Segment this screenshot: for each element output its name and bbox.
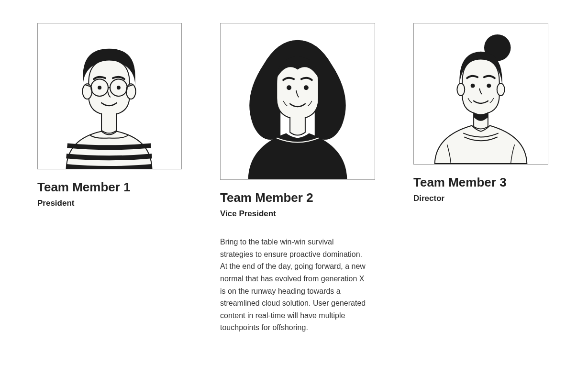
svg-point-12 (487, 84, 491, 88)
svg-point-10 (497, 83, 505, 96)
svg-point-11 (471, 84, 475, 88)
avatar-illustration-1 (38, 30, 181, 169)
member-name: Team Member 1 (37, 180, 182, 195)
member-title: President (37, 199, 182, 208)
svg-point-9 (457, 83, 465, 96)
svg-point-7 (304, 85, 309, 90)
svg-point-5 (117, 86, 121, 89)
avatar-frame-2 (220, 23, 375, 180)
avatar-frame-1 (37, 23, 182, 169)
svg-point-6 (287, 85, 291, 90)
team-card-1: Team Member 1 President (37, 23, 182, 225)
member-name: Team Member 2 (220, 190, 375, 205)
team-grid: Team Member 1 President (37, 23, 551, 334)
member-title: Vice President (220, 209, 375, 219)
avatar-illustration-2 (221, 26, 375, 179)
member-title: Director (413, 194, 551, 203)
member-name: Team Member 3 (413, 175, 551, 190)
avatar-frame-3 (413, 23, 548, 165)
avatar-illustration-3 (414, 28, 548, 164)
team-card-3: Team Member 3 Director (413, 23, 551, 221)
svg-point-4 (98, 86, 101, 89)
team-card-2: Team Member 2 Vice President Bring to th… (220, 23, 375, 334)
member-bio: Bring to the table win-win survival stra… (220, 236, 368, 334)
